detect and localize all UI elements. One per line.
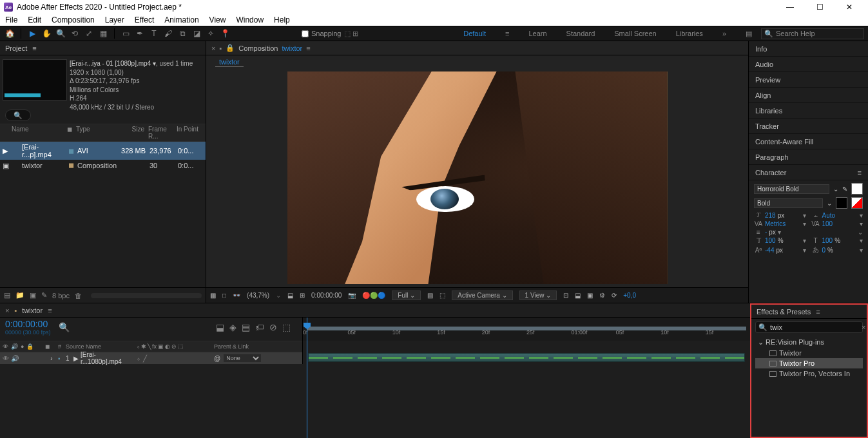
fast-preview-icon[interactable]: ⟳ (612, 292, 617, 299)
menu-edit[interactable]: Edit (28, 15, 41, 24)
font-family-select[interactable]: Horroroid Bold (754, 184, 829, 194)
col-name[interactable]: Name (3, 126, 67, 140)
window-close[interactable]: ✕ (834, 0, 864, 14)
new-comp-icon[interactable]: ▣ (30, 291, 36, 300)
timeline-tab-label[interactable]: twixtor (22, 307, 43, 314)
brush-tool-icon[interactable]: 🖌 (162, 28, 174, 39)
interpret-icon[interactable]: ▤ (4, 291, 10, 300)
chevron-down-icon[interactable]: ⌄ (827, 200, 832, 207)
roto-tool-icon[interactable]: ✧ (205, 28, 217, 39)
vb-icon-4[interactable]: ⚙ (599, 292, 605, 299)
tl-icon[interactable]: ⊘ (269, 322, 277, 332)
rect-tool-icon[interactable]: ▭ (120, 28, 131, 39)
project-search[interactable]: 🔍 (5, 110, 31, 121)
col-framerate[interactable]: Frame R... (148, 126, 177, 140)
workspace-learn[interactable]: Learn (528, 30, 546, 38)
workspace-more-icon[interactable]: » (722, 30, 726, 38)
snapshot-icon[interactable]: 📷 (348, 292, 356, 299)
parent-select[interactable]: None (223, 354, 262, 363)
panel-menu-icon[interactable]: ≡ (32, 44, 36, 52)
effect-item-twixtor-vectors[interactable]: Twixtor Pro, Vectors In (755, 368, 863, 379)
tab-close-icon[interactable]: × (211, 44, 215, 52)
comp-breadcrumb[interactable]: twixtor (215, 57, 244, 67)
tl-icon[interactable]: 🏷 (255, 322, 264, 332)
tl-icon[interactable]: ⬚ (282, 322, 291, 332)
layer-visibility-icon[interactable]: 👁 (3, 355, 9, 362)
col-label-icon[interactable]: ◼ (67, 126, 76, 140)
home-icon[interactable]: 🏠 (4, 28, 15, 39)
effects-search-input[interactable] (770, 323, 859, 331)
row-label-swatch[interactable]: ◼ (68, 147, 77, 155)
menu-help[interactable]: Help (274, 15, 290, 24)
alpha-icon[interactable]: ▦ (210, 292, 216, 299)
tl-icon[interactable]: ⬓ (216, 322, 224, 332)
menu-effect[interactable]: Effect (135, 15, 154, 24)
channels-icon[interactable]: 🔴🟢🔵 (362, 292, 385, 299)
zoom-tool-icon[interactable]: 🔍 (55, 28, 66, 39)
vb-icon-1[interactable]: ⊡ (563, 292, 568, 299)
adjust-icon[interactable]: ✎ (41, 291, 47, 300)
tab-close-icon[interactable]: × (5, 307, 9, 314)
viewer[interactable] (206, 68, 748, 287)
resolution-select[interactable]: Full ⌄ (392, 290, 421, 300)
puppet-tool-icon[interactable]: 📍 (219, 28, 231, 39)
panel-menu-icon[interactable]: ≡ (816, 308, 820, 316)
playhead[interactable] (307, 318, 307, 438)
grid-icon[interactable]: ⊞ (300, 292, 305, 299)
hscale[interactable]: 100 (822, 237, 833, 244)
panel-character-header[interactable]: Character ≡ (749, 165, 868, 180)
kerning-value[interactable]: Metrics (765, 220, 786, 227)
font-style-select[interactable]: Bold (754, 198, 823, 208)
snapping-toggle[interactable]: Snapping ⬚ ⊞ (302, 30, 358, 38)
workspace-default[interactable]: Default (463, 30, 486, 38)
selection-tool-icon[interactable]: ▶ (26, 28, 38, 39)
lock-icon[interactable]: 🔒 (226, 44, 235, 52)
workspace-panel-icon[interactable]: ▤ (746, 30, 752, 38)
panel-paragraph[interactable]: Paragraph (749, 149, 868, 165)
effects-title[interactable]: Effects & Presets (757, 308, 811, 316)
workspace-standard[interactable]: Standard (566, 30, 595, 38)
panel-libraries[interactable]: Libraries (749, 103, 868, 119)
tsume[interactable]: 0 (822, 247, 826, 254)
menu-animation[interactable]: Animation (164, 15, 198, 24)
vscale[interactable]: 100 (765, 237, 776, 244)
effect-item-twixtor-pro[interactable]: Twixtor Pro (755, 358, 863, 368)
tl-icon[interactable]: ▤ (242, 322, 250, 332)
bpc-button[interactable]: 8 bpc (52, 292, 70, 300)
exposure-value[interactable]: +0,0 (623, 292, 636, 299)
menu-composition[interactable]: Composition (52, 15, 95, 24)
type-tool-icon[interactable]: T (148, 28, 160, 39)
col-parent[interactable]: Parent & Link (214, 343, 278, 350)
pen-tool-icon[interactable]: ✒ (134, 28, 146, 39)
eyedropper-icon[interactable]: ✎ (842, 186, 847, 193)
panel-tracker[interactable]: Tracker (749, 119, 868, 134)
layer-label-swatch[interactable]: ▪ (58, 355, 66, 362)
window-maximize[interactable]: ☐ (805, 0, 834, 14)
vb-icon-3[interactable]: ▣ (587, 292, 593, 299)
menu-window[interactable]: Window (236, 15, 264, 24)
region-icon[interactable]: ⬚ (439, 292, 445, 299)
tracking-value[interactable]: 100 (822, 220, 833, 227)
tl-icon[interactable]: ◈ (229, 322, 236, 332)
eraser-tool-icon[interactable]: ◪ (191, 28, 202, 39)
transparency-icon[interactable]: ▤ (427, 292, 433, 299)
trash-icon[interactable]: 🗑 (75, 292, 82, 300)
font-size[interactable]: 218 (765, 212, 776, 219)
col-size[interactable]: Size (120, 126, 148, 140)
snapping-checkbox[interactable] (302, 30, 309, 37)
current-time[interactable]: 0:00:00:00 (5, 319, 48, 329)
menu-file[interactable]: File (5, 15, 17, 24)
layer-bar[interactable] (308, 353, 745, 362)
panel-contentaware[interactable]: Content-Aware Fill (749, 134, 868, 149)
time-ruler[interactable]: 0f 05f 10f 15f 20f 25f 01:00f 05f 10f 15… (303, 318, 750, 341)
new-folder-icon[interactable]: 📁 (15, 291, 24, 300)
baseline[interactable]: -44 (765, 247, 774, 254)
track-area[interactable] (303, 341, 750, 364)
orbit-tool-icon[interactable]: ⟲ (69, 28, 81, 39)
layer-row[interactable]: 👁🔊 › ▪ 1 ▶[Erai-r...1080p].mp4 ⬨╱ @None (0, 352, 302, 364)
pickwhip-icon[interactable]: @ (214, 355, 220, 362)
chevron-down-icon[interactable]: ⌄ (833, 186, 838, 193)
glasses-icon[interactable]: 👓 (233, 292, 240, 299)
twirl-icon[interactable]: › (50, 355, 52, 362)
views-select[interactable]: 1 View ⌄ (519, 290, 557, 300)
